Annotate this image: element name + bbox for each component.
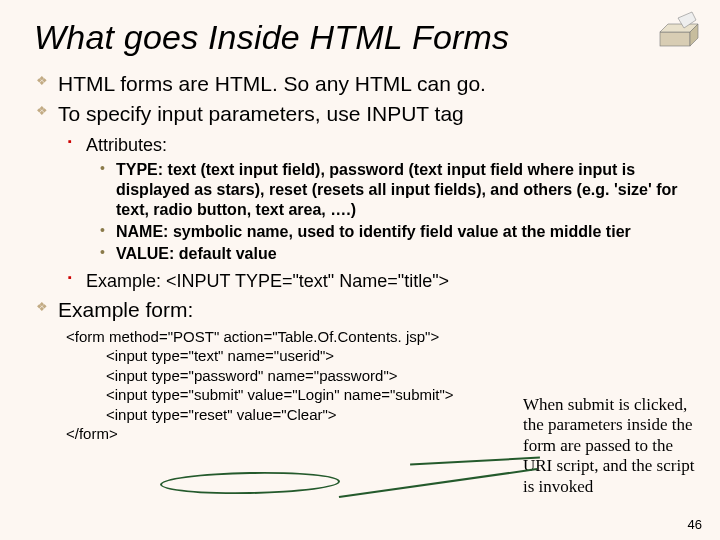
code-line: <input type="password" name="password">: [66, 366, 686, 386]
corner-graphic-icon: [658, 10, 706, 50]
attr-item: NAME: symbolic name, used to identify fi…: [116, 222, 686, 242]
side-note: When submit is clicked, the parameters i…: [523, 395, 698, 497]
bullet-item: HTML forms are HTML. So any HTML can go.: [58, 71, 686, 97]
bullet-text: Example form:: [58, 298, 193, 321]
code-line: </form>: [66, 425, 118, 442]
slide: What goes Inside HTML Forms HTML forms a…: [0, 0, 720, 540]
bullet-list: HTML forms are HTML. So any HTML can go.…: [34, 71, 686, 444]
annotation-arrow-icon: [410, 457, 540, 466]
svg-rect-0: [660, 32, 690, 46]
slide-title: What goes Inside HTML Forms: [34, 18, 686, 57]
sub-bullet-item: Example: <INPUT TYPE="text" Name="title"…: [86, 270, 686, 293]
page-number: 46: [688, 517, 702, 532]
code-line: <input type="text" name="userid">: [66, 346, 686, 366]
annotation-arrow-icon: [339, 468, 537, 498]
sub-bullet-item: Attributes: TYPE: text (text input field…: [86, 134, 686, 265]
attr-item: TYPE: text (text input field), password …: [116, 160, 686, 220]
code-line: <form method="POST" action="Table.Of.Con…: [66, 328, 439, 345]
bullet-item: To specify input parameters, use INPUT t…: [58, 101, 686, 292]
sub-bullet-text: Attributes:: [86, 135, 167, 155]
attr-item: VALUE: default value: [116, 244, 686, 264]
bullet-text: To specify input parameters, use INPUT t…: [58, 102, 464, 125]
annotation-ellipse-icon: [160, 470, 340, 495]
